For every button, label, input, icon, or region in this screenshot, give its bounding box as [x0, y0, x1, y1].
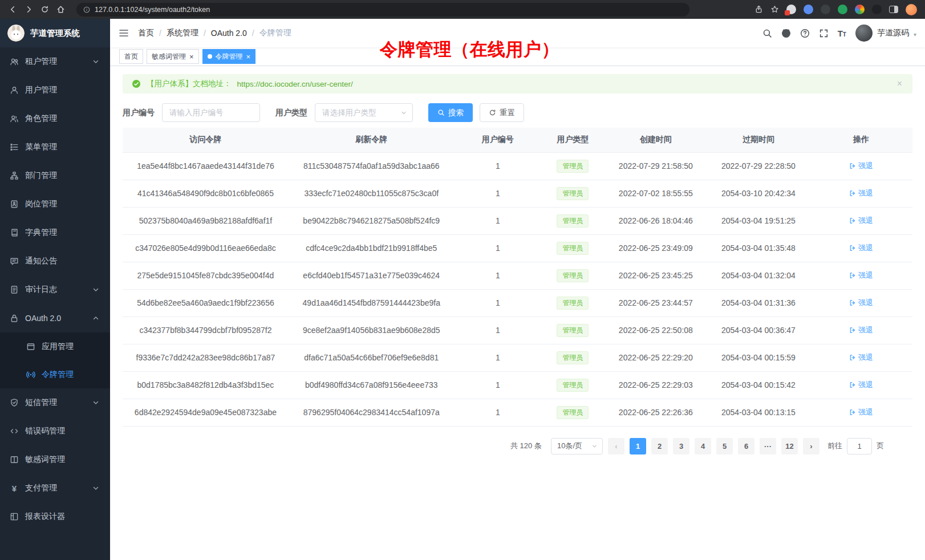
page-button[interactable]: 6	[738, 438, 754, 455]
close-icon[interactable]: ×	[246, 53, 251, 60]
force-logout-button[interactable]: 强退	[849, 270, 873, 281]
avatar	[855, 25, 873, 42]
page-button[interactable]: 4	[695, 438, 711, 455]
info-icon[interactable]	[83, 6, 90, 13]
reload-icon[interactable]	[38, 3, 51, 17]
address-bar[interactable]: 127.0.0.1:1024/system/oauth2/token	[76, 3, 689, 17]
token-broadcast-icon	[26, 370, 35, 379]
app-logo[interactable]: 芋道管理系统	[0, 19, 110, 47]
fullscreen-icon[interactable]	[819, 29, 829, 38]
goto-page-input[interactable]	[847, 438, 872, 455]
split-view-icon[interactable]	[889, 6, 898, 13]
force-logout-button[interactable]: 强退	[849, 380, 873, 390]
search-button[interactable]: 搜索	[428, 103, 473, 122]
force-logout-button[interactable]: 强退	[849, 407, 873, 417]
refresh-icon	[489, 109, 496, 116]
page-button[interactable]: 3	[673, 438, 689, 455]
next-page-button[interactable]: ›	[803, 438, 819, 455]
breadcrumb-system[interactable]: 系统管理	[167, 28, 198, 38]
extension-icon[interactable]	[804, 5, 813, 14]
sms-shield-icon	[10, 398, 19, 407]
prev-page-button[interactable]: ‹	[608, 438, 624, 455]
close-icon[interactable]: ×	[189, 53, 194, 60]
back-icon[interactable]	[6, 3, 19, 17]
force-logout-button[interactable]: 强退	[849, 298, 873, 308]
force-logout-button[interactable]: 强退	[849, 243, 873, 253]
role-icon	[10, 114, 19, 123]
force-logout-button[interactable]: 强退	[849, 161, 873, 171]
sidebar-item-error-code[interactable]: 错误码管理	[0, 417, 110, 445]
sidebar-item-label: 报表设计器	[25, 512, 65, 522]
page-button[interactable]: 1	[630, 438, 646, 455]
sidebar-item-sensitive-word[interactable]: 敏感词管理	[0, 445, 110, 474]
help-icon[interactable]	[800, 29, 810, 38]
user-id-input[interactable]	[162, 103, 260, 122]
action-cell: 强退	[810, 289, 912, 316]
user-id-cell: 1	[455, 371, 541, 399]
expire-time-cell: 2054-03-10 20:42:34	[707, 180, 810, 207]
sidebar-item-label: 审计日志	[25, 285, 57, 295]
search-icon[interactable]	[762, 29, 772, 38]
sidebar-item-notice[interactable]: 通知公告	[0, 247, 110, 275]
page-size-select[interactable]: 10条/页	[551, 438, 603, 455]
tab-token-management[interactable]: 令牌管理 ×	[202, 49, 256, 64]
force-logout-button[interactable]: 强退	[849, 188, 873, 198]
column-header: 访问令牌	[123, 128, 289, 152]
page-button[interactable]: 2	[651, 438, 668, 455]
column-header: 用户编号	[455, 128, 541, 152]
extension-badge	[785, 10, 790, 15]
force-logout-button[interactable]: 强退	[849, 216, 873, 226]
refresh-token-cell: b0df4980ffd34c67a08f9156e4eee733	[289, 371, 455, 399]
sidebar-item-post[interactable]: 岗位管理	[0, 190, 110, 218]
sidebar-item-role[interactable]: 角色管理	[0, 104, 110, 133]
home-icon[interactable]	[54, 3, 67, 17]
browser-profile-avatar[interactable]	[906, 4, 917, 15]
forward-icon[interactable]	[22, 3, 35, 17]
force-logout-button[interactable]: 强退	[849, 352, 873, 363]
sidebar-item-label: 令牌管理	[42, 370, 74, 380]
font-size-icon[interactable]: TT	[838, 29, 846, 38]
user-type-select[interactable]: 请选择用户类型	[315, 103, 413, 122]
extension-icon[interactable]	[838, 5, 847, 14]
sidebar-item-sms[interactable]: 短信管理	[0, 388, 110, 417]
extension-icon[interactable]	[821, 5, 830, 14]
tab-home[interactable]: 首页	[119, 49, 143, 64]
extension-icon[interactable]	[872, 5, 882, 14]
hamburger-icon[interactable]	[119, 28, 129, 38]
more-pages-button[interactable]: ···	[760, 438, 776, 455]
reset-button[interactable]: 重置	[480, 103, 524, 122]
sidebar-item-user[interactable]: 用户管理	[0, 76, 110, 104]
extension-icon[interactable]	[855, 5, 865, 14]
sidebar-item-label: 通知公告	[25, 256, 57, 266]
github-icon[interactable]	[781, 29, 791, 38]
sidebar-item-menu[interactable]: 菜单管理	[0, 133, 110, 161]
column-header: 刷新令牌	[289, 128, 455, 152]
share-icon[interactable]	[754, 5, 763, 14]
logout-icon	[849, 409, 856, 416]
sidebar-item-token-management[interactable]: 令牌管理	[0, 360, 110, 388]
bookmark-star-icon[interactable]	[770, 5, 779, 14]
page-button[interactable]: 5	[716, 438, 733, 455]
sidebar-item-audit-log[interactable]: 审计日志	[0, 275, 110, 304]
expire-time-cell: 2054-03-04 19:51:25	[707, 207, 810, 234]
sidebar-item-dept[interactable]: 部门管理	[0, 161, 110, 190]
sidebar-item-app-management[interactable]: 应用管理	[0, 332, 110, 360]
logo-avatar	[7, 25, 25, 42]
close-icon[interactable]: ×	[897, 79, 902, 88]
breadcrumb-home[interactable]: 首页	[138, 28, 154, 38]
sidebar-item-tenant[interactable]: 租户管理	[0, 47, 110, 76]
page-button[interactable]: 12	[781, 438, 798, 455]
sidebar-item-payment[interactable]: ¥ 支付管理	[0, 474, 110, 502]
table-row: f9336e7c7dd242a283ee98dc86b17a87 dfa6c71…	[123, 344, 912, 371]
sidebar-item-report-designer[interactable]: 报表设计器	[0, 502, 110, 531]
doc-link[interactable]: https://doc.iocoder.cn/user-center/	[237, 80, 353, 88]
extension-icon[interactable]	[786, 5, 796, 14]
sidebar-item-oauth[interactable]: OAuth 2.0	[0, 304, 110, 332]
chevron-down-icon	[91, 285, 100, 294]
user-menu[interactable]: 芋道源码 ▾	[855, 25, 916, 42]
breadcrumb-oauth[interactable]: OAuth 2.0	[211, 29, 247, 38]
force-logout-button[interactable]: 强退	[849, 325, 873, 335]
sidebar-item-dict[interactable]: 字典管理	[0, 218, 110, 247]
alert-text: 【用户体系】文档地址：	[147, 79, 232, 89]
tab-sensitive-word[interactable]: 敏感词管理 ×	[147, 49, 199, 64]
